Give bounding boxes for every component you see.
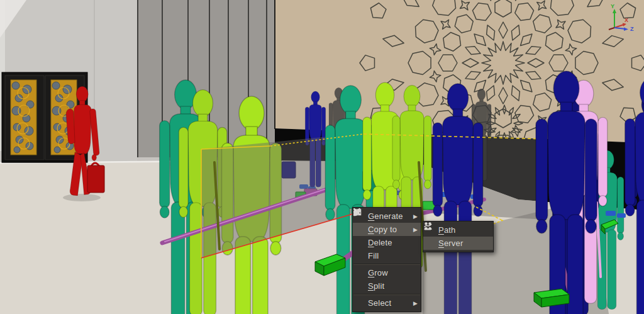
menu-item-label: Select [368,298,408,308]
grow-icon [355,268,366,278]
submenu-arrow-icon: ▶ [413,213,418,220]
menu-item-label: Path [438,225,490,235]
menu-item-label: Generate [368,211,408,221]
menu-item-label: Server [438,238,490,248]
portal-wedge-right[interactable] [534,289,569,307]
menu-item-fill[interactable]: Fill [353,249,421,262]
copy-to-submenu: Path Server [423,221,494,252]
delete-x-icon [355,238,366,247]
red-briefcase [87,163,104,193]
split-knife-icon [355,281,366,291]
server-people-icon [426,238,436,248]
agent-shadow [63,194,101,201]
menu-item-label: Grow [368,268,418,278]
menu-item-grow[interactable]: Grow [353,266,421,279]
z-axis-label: Z [630,26,634,32]
scene-canvas[interactable]: Y X Z [0,0,644,314]
menu-item-delete[interactable]: Delete [353,236,421,249]
x-axis-label: X [625,17,628,23]
blank-icon-slot [355,225,366,234]
context-menu: Generate ▶ Copy to ▶ Delete Fill Grow Sp… [352,207,421,312]
y-axis-label: Y [611,3,614,9]
menu-separator [353,264,420,265]
menu-separator [353,294,420,295]
menu-item-label: Copy to [368,225,408,234]
menu-item-label: Split [368,281,418,291]
menu-item-label: Fill [368,251,418,261]
blank-icon-slot [355,298,366,308]
menu-item-split[interactable]: Split [353,279,421,293]
menu-item-generate[interactable]: Generate ▶ [353,210,421,223]
menu-item-select[interactable]: Select ▶ [353,296,421,310]
submenu-item-path[interactable]: Path [423,223,493,237]
submenu-item-server[interactable]: Server [423,237,493,250]
submenu-arrow-icon: ▶ [413,227,418,233]
menu-item-label: Delete [368,238,418,247]
fill-brush-icon [355,251,366,261]
3d-viewport[interactable]: Y X Z Generate ▶ Copy to ▶ Delete Fill G… [0,0,644,314]
submenu-arrow-icon: ▶ [413,300,418,306]
menu-item-copy-to[interactable]: Copy to ▶ [353,223,421,236]
